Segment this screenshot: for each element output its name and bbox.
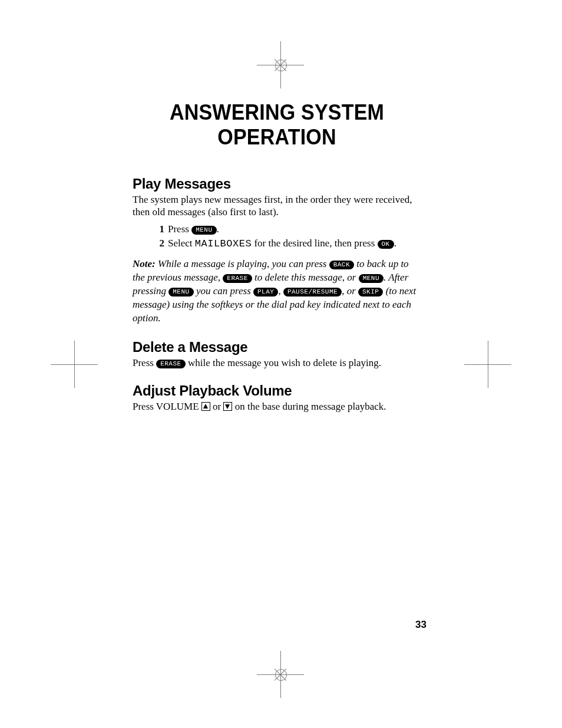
note-text: , or	[342, 285, 358, 297]
page-title: ANSWERING SYSTEM OPERATION	[144, 100, 410, 150]
heading-delete-message: Delete a Message	[133, 339, 421, 355]
erase-key-icon: ERASE	[156, 360, 186, 368]
back-key-icon: BACK	[329, 261, 354, 269]
manual-page: ANSWERING SYSTEM OPERATION Play Messages…	[0, 0, 562, 728]
skip-key-icon: SKIP	[358, 288, 383, 297]
note-label: Note:	[133, 258, 156, 269]
heading-play-messages: Play Messages	[133, 176, 421, 192]
note-text: While a message is playing, you can pres…	[156, 258, 329, 269]
volume-down-icon	[223, 402, 232, 411]
content-area: ANSWERING SYSTEM OPERATION Play Messages…	[133, 100, 421, 426]
step-text: Press	[168, 223, 191, 235]
page-number: 33	[415, 619, 427, 631]
delete-text-b: while the message you wish to delete is …	[186, 357, 381, 368]
step-text: .	[217, 223, 219, 235]
play-intro-text: The system plays new messages first, in …	[133, 193, 421, 219]
note-text: ,	[278, 285, 283, 297]
delete-text-a: Press	[133, 357, 156, 368]
menu-key-icon: MENU	[191, 226, 216, 235]
section-delete-message: Delete a Message Press ERASE while the m…	[133, 339, 421, 369]
registration-mark-icon	[51, 341, 98, 388]
volume-text-b: or	[210, 401, 224, 412]
registration-mark-icon	[257, 41, 304, 88]
volume-text: Press VOLUME or on the base during messa…	[133, 400, 421, 413]
section-play-messages: Play Messages The system plays new messa…	[133, 176, 421, 325]
volume-text-a: Press VOLUME	[133, 401, 201, 412]
delete-text: Press ERASE while the message you wish t…	[133, 357, 421, 369]
registration-mark-icon	[257, 651, 304, 698]
play-key-icon: PLAY	[253, 288, 278, 297]
step-2: Select MAILBOXES for the desired line, t…	[168, 236, 421, 252]
step-1: Press MENU.	[168, 222, 421, 237]
step-text: .	[394, 238, 396, 249]
mailboxes-mono: MAILBOXES	[195, 238, 252, 249]
erase-key-icon: ERASE	[223, 274, 252, 283]
step-text: for the desired line, then press	[252, 238, 377, 249]
menu-key-icon: MENU	[168, 288, 193, 297]
ok-key-icon: OK	[378, 240, 394, 249]
play-steps-list: Press MENU. Select MAILBOXES for the des…	[133, 222, 421, 252]
section-adjust-volume: Adjust Playback Volume Press VOLUME or o…	[133, 383, 421, 413]
pause-resume-key-icon: PAUSE/RESUME	[283, 288, 342, 297]
heading-adjust-volume: Adjust Playback Volume	[133, 383, 421, 399]
menu-key-icon: MENU	[359, 274, 384, 283]
note-paragraph: Note: While a message is playing, you ca…	[133, 258, 421, 325]
registration-mark-icon	[464, 341, 511, 388]
note-text: to delete this message, or	[252, 272, 359, 283]
step-text: Select	[168, 238, 195, 249]
note-text: you can press	[194, 285, 253, 297]
volume-up-icon	[201, 402, 210, 411]
volume-text-c: on the base during message playback.	[232, 401, 386, 412]
